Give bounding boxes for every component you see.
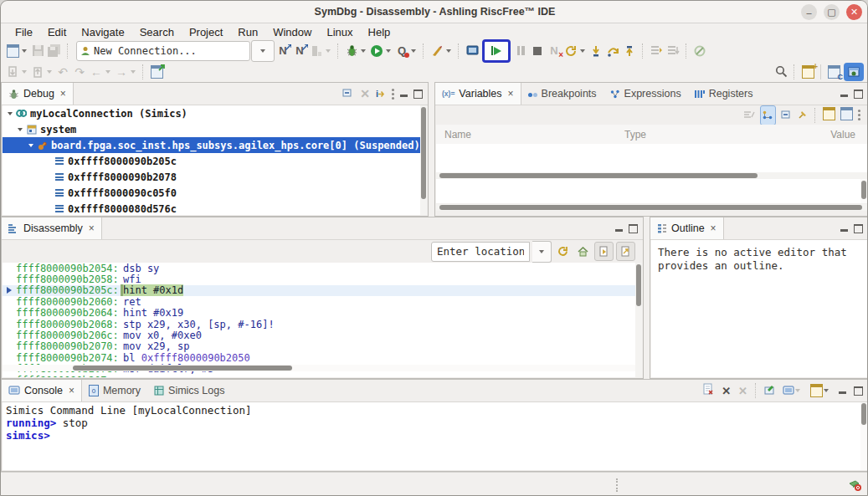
new-wizard-chevron-icon[interactable]: [22, 49, 27, 53]
variables-hscrollbar[interactable]: [436, 172, 867, 179]
view-menu-icon[interactable]: [392, 89, 394, 100]
new-wizard-icon[interactable]: [4, 43, 21, 59]
save-all-icon[interactable]: [46, 43, 63, 59]
minimize-panel-icon[interactable]: [839, 391, 846, 394]
refresh-view-icon[interactable]: [554, 243, 572, 260]
maximize-panel-icon[interactable]: [854, 386, 863, 396]
collapse-all-icon[interactable]: [342, 86, 354, 101]
home-location-icon[interactable]: [574, 243, 592, 260]
stack-frame-item[interactable]: 0xffff8000090c05f0: [3, 185, 427, 201]
menu-help[interactable]: Help: [361, 23, 398, 40]
resume-button[interactable]: [482, 39, 511, 63]
track-expression-icon[interactable]: [616, 242, 635, 261]
tab-console[interactable]: Console ×: [2, 380, 82, 401]
location-input[interactable]: [431, 242, 530, 262]
target-config-chevron-icon[interactable]: [326, 49, 331, 53]
menu-file[interactable]: File: [8, 23, 40, 40]
close-window-button[interactable]: ✕: [846, 4, 862, 20]
scrollbar-thumb[interactable]: [439, 173, 758, 178]
disasm-line[interactable]: ffff8000090b2064:hint #0x19: [3, 308, 635, 319]
console-output[interactable]: Simics Command Line [myLocalConnection] …: [3, 402, 867, 470]
flash-program-chevron-icon[interactable]: [446, 49, 451, 53]
last-edit-location-icon[interactable]: ↶: [54, 64, 71, 80]
tab-registers[interactable]: Registers: [688, 83, 760, 105]
save-icon[interactable]: [29, 43, 46, 59]
disasm-line[interactable]: ffff8000090b2058:wfi: [3, 274, 635, 284]
open-editor-icon[interactable]: [148, 64, 165, 80]
next-annotation-icon[interactable]: [4, 64, 21, 80]
close-tab-icon[interactable]: ×: [69, 385, 74, 396]
scrollbar-thumb[interactable]: [421, 107, 426, 199]
connect-target-alt-icon[interactable]: N: [291, 43, 308, 59]
menu-project[interactable]: Project: [182, 23, 230, 40]
minimize-panel-icon[interactable]: [615, 229, 623, 232]
profile-chevron-icon[interactable]: [411, 49, 416, 53]
disasm-line[interactable]: ffff8000090b2060:ret: [3, 296, 635, 307]
forward-chevron-icon[interactable]: [131, 70, 136, 74]
connection-combo-dropdown-button[interactable]: [251, 40, 275, 62]
remove-all-terminated-icon[interactable]: ✕: [738, 385, 747, 397]
scrollbar-thumb[interactable]: [636, 264, 641, 306]
maximize-window-button[interactable]: ▢: [824, 4, 840, 20]
connection-combo[interactable]: New Connection...: [76, 41, 250, 61]
menu-window[interactable]: Window: [265, 23, 319, 40]
open-perspective-icon[interactable]: +: [799, 64, 816, 80]
menu-edit[interactable]: Edit: [40, 23, 74, 40]
suspend-icon[interactable]: [512, 43, 529, 59]
step-return-icon[interactable]: [621, 43, 638, 59]
target-config-icon[interactable]: [308, 43, 325, 59]
column-value[interactable]: Value: [830, 129, 867, 141]
tab-variables[interactable]: (x)= Variables ×: [435, 83, 521, 105]
skip-breakpoints-icon[interactable]: [691, 43, 708, 59]
debug-tree-scrollbar[interactable]: [420, 105, 427, 215]
maximize-panel-icon[interactable]: [413, 89, 423, 99]
flash-program-icon[interactable]: [429, 43, 445, 59]
debug-perspective-button[interactable]: [844, 63, 864, 81]
instruction-step-mode-icon[interactable]: [648, 43, 665, 59]
tab-outline[interactable]: Outline ×: [650, 217, 724, 239]
run-icon[interactable]: [368, 43, 385, 59]
tab-simics-logs[interactable]: Simics Logs: [147, 380, 231, 401]
show-type-names-icon[interactable]: [743, 108, 755, 123]
open-new-view-icon[interactable]: [840, 107, 853, 124]
menu-linux[interactable]: Linux: [319, 23, 360, 40]
reset-chevron-icon[interactable]: [580, 49, 585, 53]
tab-debug[interactable]: Debug ×: [2, 83, 74, 105]
stack-frame-item[interactable]: 0xffff8000090b205c: [3, 153, 427, 169]
scrollbar-thumb[interactable]: [73, 366, 292, 371]
column-name[interactable]: Name: [436, 129, 624, 141]
reset-icon[interactable]: [562, 43, 579, 59]
scrollbar-thumb[interactable]: [861, 181, 866, 199]
statusbar-grip[interactable]: [616, 478, 618, 492]
clear-console-icon[interactable]: [703, 383, 714, 398]
disasm-line[interactable]: ffff8000090b2054:dsb sy: [3, 263, 635, 274]
show-logical-structure-toggle[interactable]: [760, 105, 776, 125]
maximize-panel-icon[interactable]: [629, 224, 638, 233]
minimize-panel-icon[interactable]: [840, 229, 848, 232]
minimize-panel-icon[interactable]: [400, 95, 408, 97]
chevron-down-icon[interactable]: [18, 128, 23, 131]
stack-frame-item[interactable]: 0xffff8000090b2078: [3, 169, 427, 185]
disasm-line[interactable]: ffff8000090b2068:stp x29, x30, [sp, #-16…: [3, 319, 635, 330]
remove-launch-icon[interactable]: ✕: [722, 385, 731, 397]
back-icon[interactable]: ←: [88, 64, 105, 80]
next-edit-location-icon[interactable]: ↷: [71, 64, 88, 80]
step-over-icon[interactable]: [604, 43, 621, 59]
view-menu-icon[interactable]: [858, 110, 860, 120]
maximize-panel-icon[interactable]: [854, 89, 863, 99]
disassembly-vscrollbar[interactable]: [635, 263, 642, 377]
detail-scrollbar[interactable]: [860, 179, 867, 203]
tree-item-system[interactable]: system: [3, 121, 427, 137]
tree-item-connection[interactable]: myLocalConnection (Simics): [3, 105, 427, 121]
sync-with-context-icon[interactable]: [594, 242, 614, 261]
column-type[interactable]: Type: [624, 129, 809, 141]
back-chevron-icon[interactable]: [105, 70, 110, 74]
chevron-down-icon[interactable]: [28, 144, 33, 147]
tab-memory[interactable]: 0 Memory: [82, 380, 147, 401]
instruction-stepping-icon[interactable]: i: [376, 89, 386, 99]
menu-navigate[interactable]: Navigate: [74, 23, 131, 40]
disasm-line-current[interactable]: ffff8000090b205c:hint #0x1d: [3, 285, 635, 296]
cpp-perspective-button[interactable]: C: [825, 64, 842, 80]
disasm-line[interactable]: ffff8000090b206c:mov x0, #0xe0: [3, 330, 635, 340]
connect-target-icon[interactable]: N: [275, 43, 291, 59]
